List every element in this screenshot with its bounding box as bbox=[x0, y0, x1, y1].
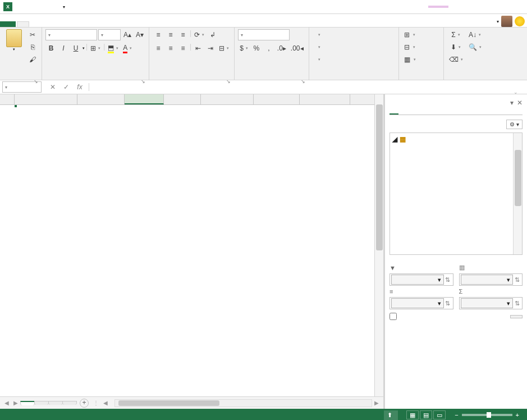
feedback-icon[interactable] bbox=[515, 16, 525, 26]
decrease-decimal-icon[interactable]: .00◂ bbox=[289, 43, 305, 54]
align-top-icon[interactable]: ≡ bbox=[153, 29, 164, 40]
select-all-corner[interactable] bbox=[0, 94, 15, 104]
qat-customize-icon[interactable]: ▾ bbox=[59, 2, 68, 11]
col-E[interactable] bbox=[201, 94, 254, 104]
delete-cells-button[interactable]: ⊟ bbox=[402, 42, 417, 53]
tab-formulas[interactable] bbox=[52, 22, 63, 27]
area-values[interactable]: ▾⇅ bbox=[459, 297, 523, 309]
new-sheet-icon[interactable]: + bbox=[80, 399, 89, 408]
update-button[interactable] bbox=[510, 315, 523, 318]
fields-dropdown-icon[interactable]: ▾ bbox=[510, 99, 514, 107]
conditional-formatting-button[interactable] bbox=[313, 29, 324, 40]
normal-view-icon[interactable]: ▦ bbox=[406, 410, 419, 419]
tab-data[interactable] bbox=[63, 22, 74, 27]
value-pill-count[interactable]: ▾ bbox=[461, 298, 514, 308]
underline-button[interactable]: U bbox=[70, 43, 81, 54]
number-format-combo[interactable] bbox=[238, 29, 290, 40]
expand-formula-icon[interactable]: ⌄ bbox=[514, 89, 524, 96]
tab-powerpivot[interactable] bbox=[97, 22, 108, 27]
wrap-text-icon[interactable]: ↲ bbox=[207, 29, 218, 40]
touch-mode-icon[interactable] bbox=[48, 2, 57, 11]
clear-icon[interactable]: ⌫ bbox=[447, 54, 465, 65]
decrease-indent-icon[interactable]: ⇤ bbox=[193, 43, 204, 54]
sheet-tab-powerview1[interactable] bbox=[34, 401, 49, 405]
tab-file[interactable] bbox=[0, 21, 16, 27]
copy-icon[interactable]: ⎘ bbox=[27, 42, 38, 53]
tab-data-mining[interactable] bbox=[108, 22, 119, 27]
font-color-button[interactable]: A bbox=[121, 43, 134, 54]
page-break-view-icon[interactable]: ▭ bbox=[433, 410, 446, 419]
zoom-slider[interactable] bbox=[462, 414, 512, 416]
increase-decimal-icon[interactable]: .0▸ bbox=[276, 43, 288, 54]
number-dialog-icon[interactable]: ↘ bbox=[301, 79, 305, 84]
zoom-out-icon[interactable]: − bbox=[455, 412, 458, 418]
values-move-icon[interactable]: ⇅ bbox=[513, 300, 521, 307]
align-right-icon[interactable]: ≡ bbox=[177, 43, 189, 54]
redo-icon[interactable] bbox=[37, 2, 46, 11]
zoom-in-icon[interactable]: + bbox=[516, 412, 519, 418]
page-layout-view-icon[interactable]: ▤ bbox=[420, 410, 432, 419]
col-F[interactable] bbox=[254, 94, 300, 104]
help-icon[interactable] bbox=[453, 2, 464, 11]
sort-filter-icon[interactable]: A↓ bbox=[467, 29, 483, 40]
upload-failed-indicator[interactable]: ⬆ bbox=[384, 410, 398, 420]
fields-tab-all[interactable] bbox=[398, 109, 407, 115]
area-rows[interactable]: ▾⇅ bbox=[389, 297, 453, 309]
merge-button[interactable]: ⊟ bbox=[217, 43, 231, 54]
sheet-nav-prev-icon[interactable]: ◀ bbox=[2, 400, 11, 406]
clipboard-dialog-icon[interactable]: ↘ bbox=[34, 79, 38, 84]
tab-view[interactable] bbox=[85, 22, 97, 27]
comma-button[interactable]: , bbox=[263, 43, 274, 54]
area-filters[interactable]: ▾⇅ bbox=[389, 273, 453, 286]
column-pill-season[interactable]: ▾ bbox=[461, 275, 514, 285]
defer-checkbox[interactable] bbox=[389, 313, 397, 320]
format-cells-button[interactable]: ▦ bbox=[402, 54, 418, 65]
sheet-tab-sports[interactable] bbox=[48, 401, 63, 405]
col-D[interactable] bbox=[164, 94, 201, 104]
currency-button[interactable]: $ bbox=[238, 43, 250, 54]
format-painter-icon[interactable]: 🖌 bbox=[27, 54, 38, 65]
rows-move-icon[interactable]: ⇅ bbox=[444, 300, 452, 307]
tab-analyze[interactable] bbox=[140, 22, 152, 27]
align-dialog-icon[interactable]: ↘ bbox=[226, 79, 231, 84]
insert-function-icon[interactable]: fx bbox=[75, 83, 84, 91]
horizontal-scrollbar[interactable] bbox=[114, 399, 372, 407]
increase-indent-icon[interactable]: ⇥ bbox=[205, 43, 216, 54]
tab-team[interactable] bbox=[119, 22, 130, 27]
area-columns[interactable]: ▾⇅ bbox=[459, 273, 523, 286]
sheet-tab-sheet1[interactable] bbox=[20, 401, 35, 405]
border-button[interactable]: ⊞ bbox=[89, 43, 102, 54]
filter-pill-medal[interactable]: ▾ bbox=[391, 275, 444, 285]
tab-home[interactable] bbox=[17, 21, 29, 27]
fields-gear-icon[interactable]: ⚙ ▾ bbox=[506, 120, 523, 129]
row-pill-sport[interactable]: ▾ bbox=[391, 298, 444, 308]
save-icon[interactable] bbox=[15, 2, 24, 11]
fill-icon[interactable]: ⬇ bbox=[447, 42, 465, 53]
col-C[interactable] bbox=[125, 94, 164, 104]
tab-insert[interactable] bbox=[29, 22, 40, 27]
field-list-scrollbar[interactable] bbox=[513, 133, 522, 254]
field-table-medals[interactable]: ◢▦ bbox=[390, 134, 513, 144]
percent-button[interactable]: % bbox=[251, 43, 262, 54]
zoom-control[interactable]: − + bbox=[455, 412, 523, 418]
font-dialog-icon[interactable]: ↘ bbox=[141, 79, 145, 84]
minimize-icon[interactable] bbox=[482, 2, 493, 11]
align-bottom-icon[interactable]: ≡ bbox=[177, 29, 189, 40]
close-icon[interactable] bbox=[511, 2, 523, 11]
col-B[interactable] bbox=[77, 94, 125, 104]
orientation-icon[interactable]: ⟳ bbox=[193, 29, 206, 40]
col-A[interactable] bbox=[15, 94, 77, 104]
shrink-font-icon[interactable]: A▾ bbox=[134, 29, 145, 40]
cut-icon[interactable]: ✂ bbox=[27, 29, 38, 40]
align-center-icon[interactable]: ≡ bbox=[165, 43, 176, 54]
paste-button[interactable]: ▾ bbox=[3, 29, 25, 52]
tab-scroll-icon[interactable]: ⋮ bbox=[91, 400, 101, 406]
vertical-scrollbar[interactable] bbox=[374, 94, 383, 396]
fill-color-button[interactable]: ⬒ bbox=[106, 43, 120, 54]
font-size-combo[interactable] bbox=[98, 29, 121, 40]
grow-font-icon[interactable]: A▴ bbox=[122, 29, 133, 40]
columns-move-icon[interactable]: ⇅ bbox=[513, 276, 521, 284]
align-left-icon[interactable]: ≡ bbox=[153, 43, 164, 54]
maximize-icon[interactable] bbox=[497, 2, 508, 11]
col-G[interactable] bbox=[300, 94, 350, 104]
